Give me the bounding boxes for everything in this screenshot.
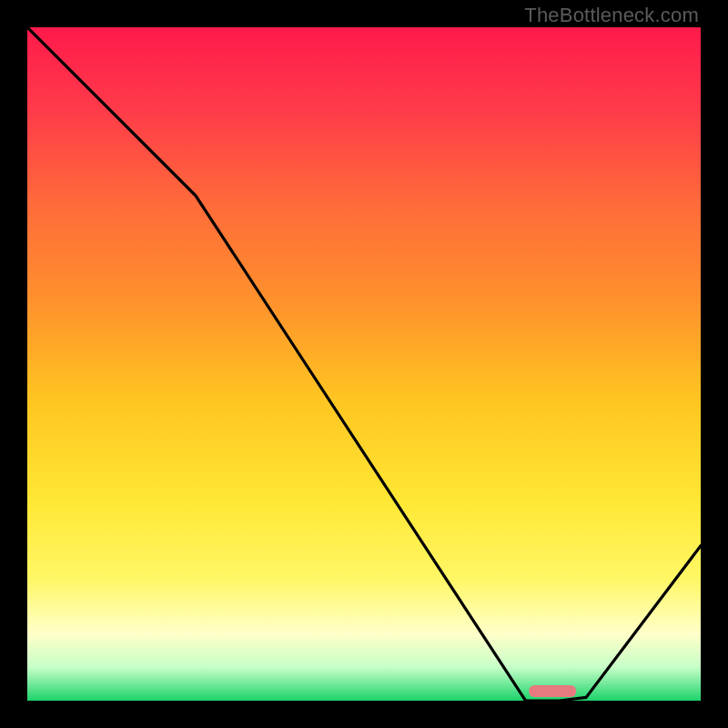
optimal-marker bbox=[529, 685, 576, 697]
chart-svg bbox=[27, 27, 701, 701]
plot-area bbox=[27, 27, 701, 701]
watermark-text: TheBottleneck.com bbox=[524, 4, 699, 27]
chart-frame: TheBottleneck.com bbox=[0, 0, 728, 728]
